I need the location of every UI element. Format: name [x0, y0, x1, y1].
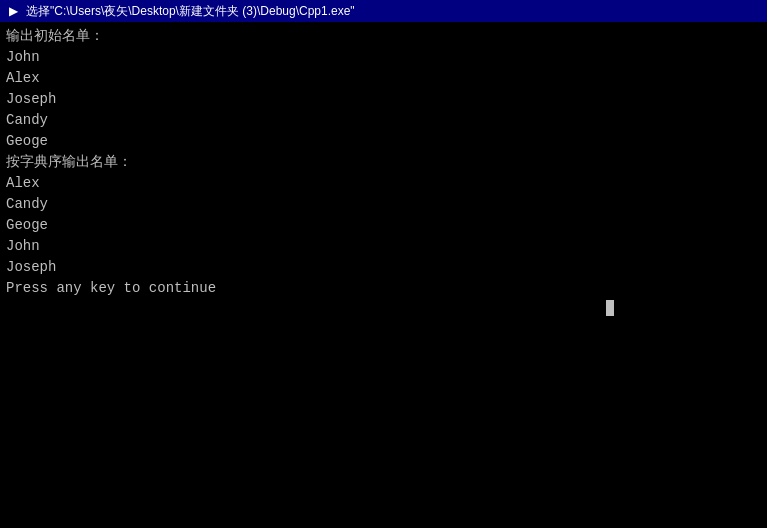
title-bar-text: 选择"C:\Users\夜矢\Desktop\新建文件夹 (3)\Debug\C… — [26, 3, 761, 20]
console-area: 输出初始名单：JohnAlexJosephCandyGeoge按字典序输出名单：… — [0, 22, 767, 528]
console-line: 按字典序输出名单： — [6, 152, 761, 173]
console-line: Candy — [6, 194, 761, 215]
title-bar: ▶ 选择"C:\Users\夜矢\Desktop\新建文件夹 (3)\Debug… — [0, 0, 767, 22]
console-line: Press any key to continue — [6, 278, 761, 299]
console-line: Joseph — [6, 257, 761, 278]
console-line: Alex — [6, 173, 761, 194]
console-line: 输出初始名单： — [6, 26, 761, 47]
console-line: Candy — [6, 110, 761, 131]
cursor — [606, 300, 614, 316]
console-line: John — [6, 236, 761, 257]
console-line: Geoge — [6, 215, 761, 236]
console-line: John — [6, 47, 761, 68]
title-bar-icon: ▶ — [6, 4, 20, 18]
console-line: Geoge — [6, 131, 761, 152]
console-line: Joseph — [6, 89, 761, 110]
console-line: Alex — [6, 68, 761, 89]
